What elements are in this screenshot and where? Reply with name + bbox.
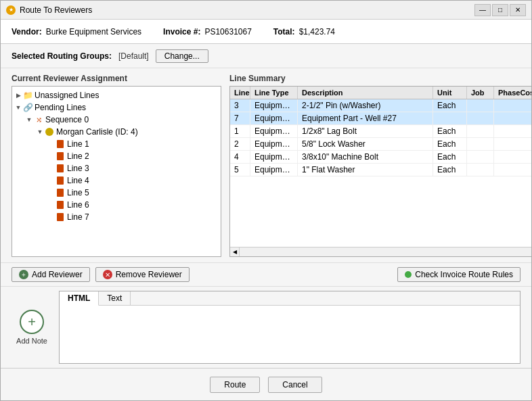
remove-reviewer-button[interactable]: ✕ Remove Reviewer [95, 267, 190, 282]
table-container: Line Line Type Description Unit Job Phas… [229, 86, 531, 257]
tree-item-line6[interactable]: Line 6 [12, 199, 221, 211]
titlebar-left: ★ Route To Reviewers [6, 5, 92, 15]
tree-item-pending[interactable]: ▼ 🔗 Pending Lines [12, 101, 221, 114]
tree-label-seq0: Sequence 0 [45, 115, 89, 124]
cell-type: Equipment [250, 112, 298, 124]
line-icon-5 [56, 188, 65, 197]
cell-unit: Each [433, 125, 467, 137]
expand-spacer3 [47, 165, 54, 172]
tab-html[interactable]: HTML [60, 291, 99, 306]
invoice-field: Invoice #: PS10631067 [163, 27, 252, 37]
cell-type: Equipment [250, 125, 298, 137]
cell-unit: Each [433, 99, 467, 112]
cell-line: 4 [230, 151, 250, 163]
tree-container[interactable]: ▶ 📁 Unassigned Lines ▼ 🔗 Pending Lines ▼… [12, 86, 221, 257]
route-button[interactable]: Route [210, 377, 260, 393]
add-note-icon: + [20, 310, 44, 334]
tree-item-line1[interactable]: Line 1 [12, 138, 221, 150]
remove-icon: ✕ [103, 270, 112, 279]
check-route-label: Check Invoice Route Rules [415, 270, 513, 279]
table-body[interactable]: 3 Equipment 2-1/2" Pin (w/Washer) Each 7… [230, 99, 531, 247]
main-content: Current Reviewer Assignment ▶ 📁 Unassign… [1, 68, 531, 262]
left-panel-title: Current Reviewer Assignment [12, 74, 221, 83]
cell-job [467, 138, 494, 150]
tree-item-seq0[interactable]: ▼ ⤭ Sequence 0 [12, 114, 221, 126]
main-window: ★ Route To Reviewers — □ ✕ Vendor: Burke… [0, 0, 532, 401]
maximize-button[interactable]: □ [492, 4, 508, 16]
minimize-button[interactable]: — [474, 4, 491, 16]
window-title: Route To Reviewers [20, 5, 92, 15]
add-reviewer-button[interactable]: + Add Reviewer [12, 267, 90, 282]
tree-item-morgan[interactable]: ▼ Morgan Carlisle (ID: 4) [12, 126, 221, 138]
cell-job [467, 164, 494, 176]
scroll-left-button[interactable]: ◀ [230, 247, 240, 257]
right-panel-title: Line Summary [229, 74, 531, 83]
action-bar: + Add Reviewer ✕ Remove Reviewer Check I… [1, 262, 531, 287]
footer: Route Cancel [1, 368, 531, 400]
tree-item-line2[interactable]: Line 2 [12, 150, 221, 162]
tree-item-unassigned[interactable]: ▶ 📁 Unassigned Lines [12, 89, 221, 101]
table-row[interactable]: 4 Equipment 3/8x10" Machine Bolt Each [230, 151, 531, 164]
tree-label-line7: Line 7 [67, 212, 89, 222]
tree-label-unassigned: Unassigned Lines [35, 91, 99, 100]
table-row[interactable]: 5 Equipment 1" Flat Washer Each [230, 164, 531, 176]
note-tabs: HTML Text [60, 291, 520, 306]
cell-type: Equipment [250, 99, 298, 112]
cell-type: Equipment [250, 164, 298, 176]
tab-text[interactable]: Text [99, 291, 131, 305]
person-icon [45, 127, 54, 137]
tree-item-line4[interactable]: Line 4 [12, 174, 221, 187]
tree-item-line7[interactable]: Line 7 [12, 211, 221, 223]
tree-item-line3[interactable]: Line 3 [12, 162, 221, 174]
right-panel: Line Summary Line Line Type Description … [229, 74, 531, 257]
folder-icon: 📁 [23, 91, 32, 100]
cancel-button[interactable]: Cancel [268, 377, 322, 393]
horizontal-scrollbar[interactable]: ◀ ▶ [230, 247, 531, 256]
col-header-type: Line Type [250, 87, 298, 99]
col-header-job: Job [467, 87, 494, 99]
line-icon-1 [56, 139, 65, 149]
table-row[interactable]: 3 Equipment 2-1/2" Pin (w/Washer) Each [230, 99, 531, 112]
line-icon-3 [56, 164, 65, 173]
cell-job [467, 151, 494, 163]
cell-unit: Each [433, 151, 467, 163]
vendor-bar: Vendor: Burke Equipment Services Invoice… [1, 20, 531, 44]
change-button[interactable]: Change... [156, 49, 208, 63]
invoice-label: Invoice #: [163, 27, 200, 37]
tree-label-pending: Pending Lines [35, 103, 86, 112]
note-content[interactable] [60, 306, 520, 363]
cell-job [467, 99, 494, 112]
vendor-field: Vendor: Burke Equipment Services [12, 27, 141, 37]
check-route-button[interactable]: Check Invoice Route Rules [397, 267, 520, 282]
tree-label-line1: Line 1 [67, 139, 89, 149]
cell-desc: 1" Flat Washer [298, 164, 433, 176]
routing-label: Selected Routing Groups: [12, 51, 112, 61]
expand-spacer [47, 141, 54, 147]
expand-spacer2 [47, 153, 54, 160]
table-row[interactable]: 7 Equipment Equipment Part - Well #27 [230, 112, 531, 125]
cell-phase [494, 138, 531, 150]
close-button[interactable]: ✕ [510, 4, 526, 16]
green-dot-icon [405, 271, 412, 278]
pending-icon: 🔗 [23, 103, 32, 112]
tree-item-line5[interactable]: Line 5 [12, 187, 221, 199]
add-note-button[interactable]: + Add Note [12, 291, 52, 364]
table-row[interactable]: 2 Equipment 5/8" Lock Washer Each [230, 138, 531, 151]
action-left: + Add Reviewer ✕ Remove Reviewer [12, 267, 190, 282]
line-icon-2 [56, 151, 65, 161]
tree-label-line3: Line 3 [67, 164, 89, 173]
add-reviewer-label: Add Reviewer [32, 270, 83, 279]
titlebar-controls: — □ ✕ [474, 4, 526, 16]
cell-unit: Each [433, 164, 467, 176]
seq-icon: ⤭ [34, 115, 43, 124]
remove-reviewer-label: Remove Reviewer [116, 270, 182, 279]
cell-desc: 3/8x10" Machine Bolt [298, 151, 433, 163]
table-row[interactable]: 1 Equipment 1/2x8" Lag Bolt Each [230, 125, 531, 138]
routing-value: [Default] [118, 51, 149, 61]
expand-spacer5 [47, 189, 54, 196]
cell-desc: 5/8" Lock Washer [298, 138, 433, 150]
expand-icon-morgan: ▼ [37, 128, 43, 135]
cell-type: Equipment [250, 138, 298, 150]
cell-type: Equipment [250, 151, 298, 163]
cell-job [467, 125, 494, 137]
